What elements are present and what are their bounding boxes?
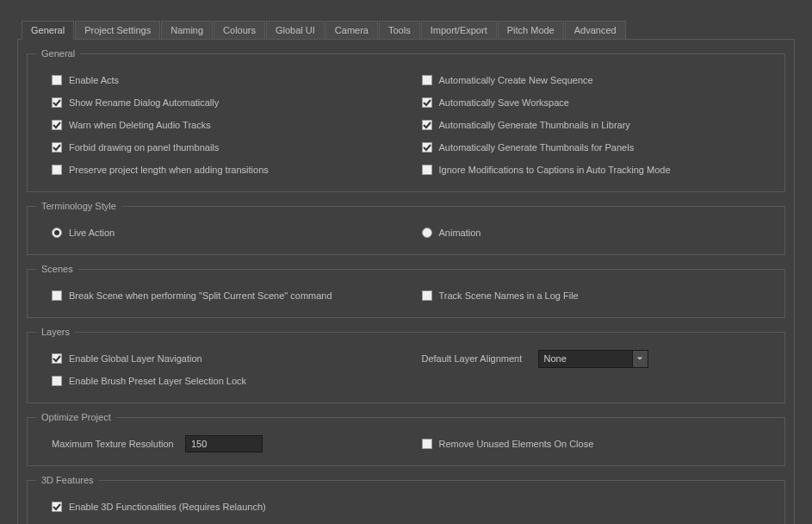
- checkbox-general-right-4[interactable]: Ignore Modifications to Captions in Auto…: [406, 159, 777, 181]
- checkbox-label: Enable 3D Functionalities (Requires Rela…: [69, 502, 266, 512]
- checkbox-label: Enable Acts: [69, 75, 119, 85]
- radio-icon: [52, 228, 62, 238]
- checkbox-general-right-2[interactable]: Automatically Generate Thumbnails in Lib…: [406, 114, 777, 136]
- tab-pitch-mode[interactable]: Pitch Mode: [498, 21, 564, 40]
- checkbox-label: Break Scene when performing "Split Curre…: [69, 290, 332, 301]
- checkbox-icon: [422, 439, 432, 449]
- checkbox-label: Automatically Create New Sequence: [439, 75, 593, 85]
- group-scenes: Scenes Break Scene when performing "Spli…: [27, 264, 785, 318]
- tab-bar: General Project Settings Naming Colours …: [0, 21, 812, 40]
- checkbox-general-left-4[interactable]: Preserve project length when adding tran…: [36, 159, 406, 181]
- checkbox-general-right-1[interactable]: Automatically Save Workspace: [406, 91, 777, 114]
- checkbox-icon: [422, 290, 432, 301]
- checkbox-label: Automatically Generate Thumbnails for Pa…: [439, 142, 635, 153]
- checkbox-general-left-2[interactable]: Warn when Deleting Audio Tracks: [36, 114, 406, 136]
- group-title: Layers: [36, 327, 75, 337]
- preferences-panel: General Enable ActsShow Rename Dialog Au…: [17, 39, 795, 524]
- checkbox-general-left-3[interactable]: Forbid drawing on panel thumbnails: [36, 136, 406, 159]
- checkbox-label: Enable Brush Preset Layer Selection Lock: [69, 376, 246, 386]
- checkbox-icon: [52, 97, 62, 108]
- default-layer-alignment-label: Default Layer Alignment: [422, 353, 538, 364]
- default-layer-alignment-select[interactable]: None: [538, 350, 648, 368]
- group-title: General: [36, 48, 80, 59]
- radio-label: Live Action: [69, 228, 115, 238]
- checkbox-label: Automatically Generate Thumbnails in Lib…: [439, 120, 630, 130]
- radio-label: Animation: [439, 228, 481, 238]
- group-title: Optimize Project: [36, 412, 116, 422]
- checkbox-remove-unused[interactable]: Remove Unused Elements On Close: [406, 433, 777, 455]
- checkbox-icon: [52, 120, 62, 130]
- radio-icon: [422, 228, 432, 238]
- checkbox-label: Show Rename Dialog Automatically: [69, 97, 219, 108]
- tab-tools[interactable]: Tools: [379, 21, 420, 40]
- checkbox-icon: [52, 353, 62, 364]
- checkbox-label: Warn when Deleting Audio Tracks: [69, 120, 211, 130]
- checkbox-label: Automatically Save Workspace: [439, 97, 569, 108]
- group-layers: Layers Enable Global Layer NavigationEna…: [27, 327, 785, 403]
- checkbox-label: Preserve project length when adding tran…: [69, 165, 269, 175]
- checkbox-enable-3d[interactable]: Enable 3D Functionalities (Requires Rela…: [36, 496, 776, 518]
- checkbox-general-left-0[interactable]: Enable Acts: [36, 69, 406, 91]
- radio-live-action[interactable]: Live Action: [36, 221, 406, 244]
- checkbox-icon: [52, 75, 62, 85]
- tab-general[interactable]: General: [22, 21, 74, 40]
- checkbox-layers-1[interactable]: Enable Brush Preset Layer Selection Lock: [36, 370, 406, 392]
- tab-naming[interactable]: Naming: [161, 21, 213, 40]
- group-optimize-project: Optimize Project Maximum Texture Resolut…: [27, 412, 785, 466]
- checkbox-icon: [422, 142, 432, 153]
- checkbox-general-right-3[interactable]: Automatically Generate Thumbnails for Pa…: [406, 136, 777, 159]
- checkbox-layers-0[interactable]: Enable Global Layer Navigation: [36, 347, 406, 370]
- group-3d-features: 3D Features Enable 3D Functionalities (R…: [27, 475, 785, 524]
- checkbox-icon: [52, 290, 62, 301]
- checkbox-label: Enable Global Layer Navigation: [69, 353, 202, 364]
- checkbox-break-scene[interactable]: Break Scene when performing "Split Curre…: [36, 284, 406, 307]
- checkbox-icon: [52, 376, 62, 386]
- tab-camera[interactable]: Camera: [325, 21, 378, 40]
- checkbox-label: Remove Unused Elements On Close: [439, 439, 594, 449]
- max-texture-resolution-label: Maximum Texture Resolution: [52, 439, 185, 449]
- checkbox-general-right-0[interactable]: Automatically Create New Sequence: [406, 69, 777, 91]
- checkbox-label: Track Scene Names in a Log File: [439, 290, 579, 301]
- tab-colours[interactable]: Colours: [214, 21, 265, 40]
- checkbox-label: Forbid drawing on panel thumbnails: [69, 142, 219, 153]
- tab-project-settings[interactable]: Project Settings: [75, 21, 160, 40]
- checkbox-icon: [52, 502, 62, 512]
- radio-animation[interactable]: Animation: [406, 221, 777, 244]
- group-title: Scenes: [36, 264, 78, 274]
- checkbox-icon: [422, 75, 432, 85]
- checkbox-label: Ignore Modifications to Captions in Auto…: [439, 165, 671, 175]
- group-title: Terminology Style: [36, 201, 121, 211]
- checkbox-general-left-1[interactable]: Show Rename Dialog Automatically: [36, 91, 406, 114]
- checkbox-icon: [422, 97, 432, 108]
- checkbox-icon: [52, 165, 62, 175]
- tab-import-export[interactable]: Import/Export: [421, 21, 497, 40]
- checkbox-icon: [422, 120, 432, 130]
- group-terminology: Terminology Style Live Action Animation: [27, 201, 785, 255]
- max-texture-resolution-input[interactable]: [185, 435, 263, 452]
- select-value: None: [538, 350, 633, 368]
- chevron-down-icon: [633, 350, 648, 368]
- checkbox-icon: [422, 165, 432, 175]
- tab-advanced[interactable]: Advanced: [565, 21, 626, 40]
- group-title: 3D Features: [36, 475, 99, 485]
- checkbox-track-scene-names[interactable]: Track Scene Names in a Log File: [406, 284, 777, 307]
- checkbox-icon: [52, 142, 62, 153]
- group-general: General Enable ActsShow Rename Dialog Au…: [27, 48, 785, 192]
- tab-global-ui[interactable]: Global UI: [266, 21, 325, 40]
